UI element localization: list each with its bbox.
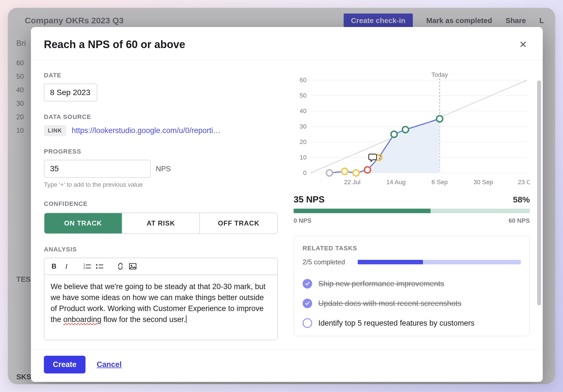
date-input[interactable]: 8 Sep 2023 [44,84,97,102]
svg-text:1: 1 [84,263,85,266]
svg-text:2: 2 [378,154,381,160]
svg-point-38 [391,131,397,138]
link-icon [117,263,124,270]
ordered-list-icon: 12 [84,263,91,269]
svg-text:40: 40 [300,107,307,114]
modal-title: Reach a NPS of 60 or above [44,39,185,51]
progress-hint: Type '+' to add to the previous value [44,181,278,188]
editor-toolbar: B I 12 [44,258,277,275]
bold-button[interactable]: B [48,261,60,272]
analysis-label: ANALYSIS [44,246,278,253]
svg-point-35 [364,167,371,173]
svg-text:60: 60 [300,76,307,84]
progress-label: PROGRESS [44,148,278,155]
svg-text:22 Jul: 22 Jul [344,179,361,186]
unordered-list-button[interactable] [93,261,106,272]
svg-text:30 Sep: 30 Sep [474,179,493,186]
analysis-squiggle: onboarding [63,315,101,324]
svg-text:10: 10 [300,154,307,161]
create-button[interactable]: Create [44,356,85,373]
date-label: DATE [44,72,278,79]
svg-text:23 Oct: 23 Oct [518,179,530,186]
svg-point-33 [342,168,348,175]
form-column: DATE 8 Sep 2023 DATA SOURCE LINK https:/… [44,72,278,349]
svg-point-9 [131,265,132,266]
task-item[interactable]: Ship new performance improvements [303,274,521,294]
related-tasks-card: RELATED TASKS 2/5 completed Ship new per… [294,236,530,336]
modal-scrollbar[interactable] [537,80,541,305]
checkin-modal: Reach a NPS of 60 or above ✕ DATE 8 Sep … [31,27,543,382]
tasks-progress-fill [358,260,423,264]
link-badge: LINK [44,125,66,136]
svg-text:14 Aug: 14 Aug [386,179,406,186]
metric-percent: 58% [513,195,530,204]
svg-text:50: 50 [300,92,307,99]
data-source-link[interactable]: https://lookerstudio.google.com/u/0/repo… [72,126,221,135]
confidence-option-at-risk[interactable]: AT RISK [122,213,200,233]
svg-point-32 [326,170,333,176]
checkbox-checked-icon[interactable] [303,299,312,308]
metric-progress-bar [294,209,530,213]
metric-value: 35 NPS [294,194,325,205]
checkbox-checked-icon[interactable] [303,279,312,289]
confidence-option-off-track[interactable]: OFF TRACK [199,213,277,233]
tasks-progress-bar [358,260,521,264]
task-label: Identify top 5 requested features by cus… [318,319,474,328]
tasks-completed-count: 2/5 completed [303,258,350,266]
app-window: Company OKRs 2023 Q3 Create check-in Mar… [8,8,555,384]
unordered-list-icon [96,263,103,269]
svg-point-6 [96,267,98,269]
svg-point-40 [436,116,443,122]
svg-text:6 Sep: 6 Sep [432,179,448,186]
analysis-editor: B I 12 [44,258,278,340]
task-label: Update docs with most recent screenshots [318,299,461,308]
italic-button[interactable]: I [60,261,73,272]
metric-range-start: 0 NPS [294,217,312,224]
confidence-toggle: ON TRACKAT RISKOFF TRACK [44,213,278,234]
svg-point-4 [96,264,98,266]
related-tasks-heading: RELATED TASKS [303,245,521,252]
ordered-list-button[interactable]: 12 [81,261,93,272]
svg-text:0: 0 [303,169,307,176]
metric-progress-fill [294,209,431,213]
progress-unit: NPS [156,165,171,173]
link-button[interactable] [114,261,127,272]
analysis-textarea[interactable]: We believe that we're going to be steady… [44,275,277,340]
progress-input[interactable] [44,160,151,178]
svg-text:2: 2 [84,266,85,269]
analysis-text-b: flow for the second user. [101,315,186,324]
confidence-label: CONFIDENCE [44,200,278,208]
metric-range-end: 60 NPS [508,217,530,224]
svg-text:30: 30 [300,123,307,130]
close-button[interactable]: ✕ [516,37,530,52]
checkbox-unchecked-icon[interactable] [303,318,312,328]
image-icon [129,263,136,269]
progress-chart: 010203040506022 Jul14 Aug6 Sep30 Sep23 O… [294,72,530,191]
image-button[interactable] [127,261,139,272]
cancel-button[interactable]: Cancel [97,360,122,369]
close-icon: ✕ [519,39,527,50]
confidence-option-on-track[interactable]: ON TRACK [44,213,122,233]
task-item[interactable]: Update docs with most recent screenshots [303,294,521,313]
svg-text:Today: Today [431,72,448,78]
insight-column: 010203040506022 Jul14 Aug6 Sep30 Sep23 O… [294,72,530,349]
text-caret [186,315,186,323]
data-source-label: DATA SOURCE [44,113,278,121]
svg-text:20: 20 [300,138,307,145]
task-item[interactable]: Identify top 5 requested features by cus… [303,313,521,333]
svg-point-39 [402,127,409,133]
task-label: Ship new performance improvements [318,280,444,288]
svg-point-34 [353,170,359,176]
